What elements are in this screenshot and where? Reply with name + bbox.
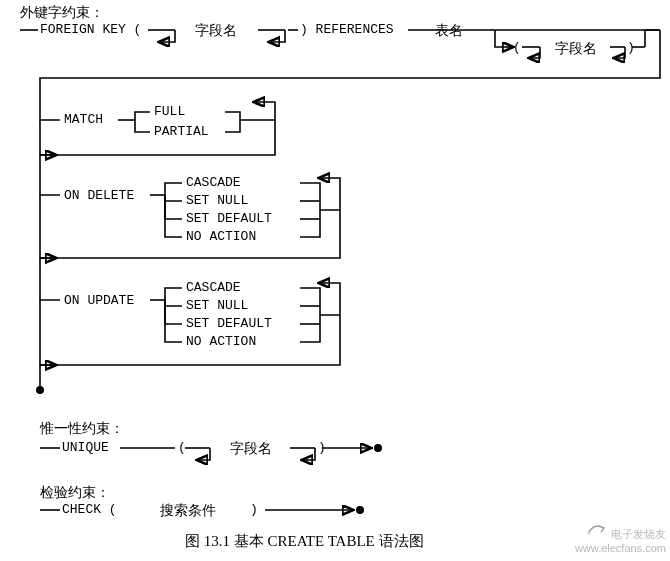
figure-caption: 图 13.1 基本 CREATE TABLE 语法图 [185, 532, 424, 551]
right-lparen: ( [513, 40, 521, 55]
svg-point-22 [587, 533, 590, 536]
kw-unique: UNIQUE [62, 440, 109, 455]
upd-cascade: CASCADE [186, 280, 241, 295]
upd-setdefault: SET DEFAULT [186, 316, 272, 331]
del-cascade: CASCADE [186, 175, 241, 190]
kw-match: MATCH [64, 112, 103, 127]
fk-field1: 字段名 [195, 22, 237, 40]
svg-point-21 [356, 506, 364, 514]
check-rparen: ) [250, 502, 258, 517]
kw-on-delete: ON DELETE [64, 188, 134, 203]
kw-on-update: ON UPDATE [64, 293, 134, 308]
upd-noaction: NO ACTION [186, 334, 256, 349]
upd-setnull: SET NULL [186, 298, 248, 313]
svg-point-12 [36, 386, 44, 394]
unique-title: 惟一性约束： [40, 420, 124, 438]
diagram-rails [0, 0, 670, 561]
match-partial: PARTIAL [154, 124, 209, 139]
fk-field2: 字段名 [555, 40, 597, 58]
right-rparen: ) [627, 40, 635, 55]
fk-title: 外键字约束： [20, 4, 104, 22]
fk-table: 表名 [435, 22, 463, 40]
unique-rparen: ) [318, 440, 326, 455]
unique-field: 字段名 [230, 440, 272, 458]
syntax-diagram: 外键字约束： FOREIGN KEY ( 字段名 ) REFERENCES 表名… [0, 0, 670, 561]
del-setnull: SET NULL [186, 193, 248, 208]
del-noaction: NO ACTION [186, 229, 256, 244]
check-title: 检验约束： [40, 484, 110, 502]
check-cond: 搜索条件 [160, 502, 216, 520]
unique-lparen: ( [178, 440, 186, 455]
watermark-text2: www.elecfans.com [575, 542, 666, 554]
kw-check: CHECK ( [62, 502, 117, 517]
kw-foreign-key: FOREIGN KEY ( [40, 22, 141, 37]
svg-point-18 [374, 444, 382, 452]
watermark: 电子发烧友 www.elecfans.com [575, 520, 666, 555]
rparen-references: ) REFERENCES [300, 22, 394, 37]
del-setdefault: SET DEFAULT [186, 211, 272, 226]
match-full: FULL [154, 104, 185, 119]
watermark-text1: 电子发烧友 [611, 528, 666, 540]
